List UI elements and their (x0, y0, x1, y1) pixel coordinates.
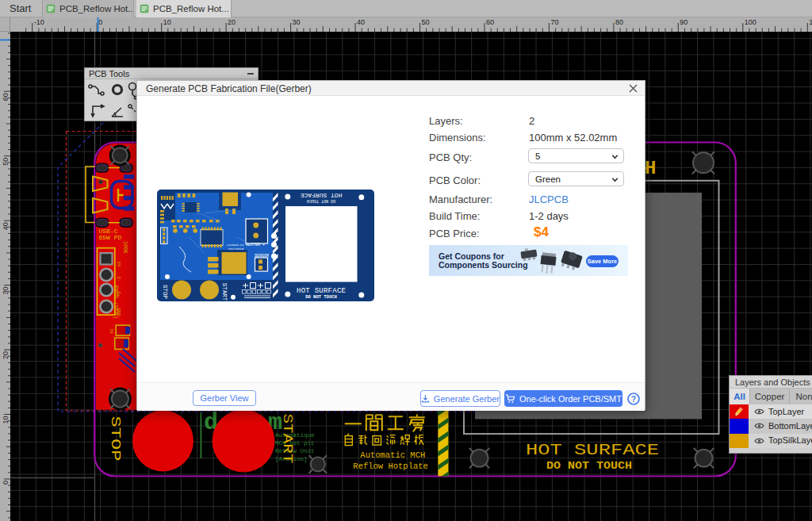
svg-text:50: 50 (2, 158, 10, 166)
svg-text:80: 80 (615, 18, 623, 26)
svg-text:110: 110 (809, 18, 812, 26)
svg-text:70: 70 (550, 18, 558, 26)
svg-text:Automatic MCH: Automatic MCH (360, 450, 425, 460)
svg-text:PROG (USB): PROG (USB) (113, 285, 119, 319)
svg-text:HOT SURFACE: HOT SURFACE (526, 441, 659, 459)
svg-text:60: 60 (2, 93, 10, 101)
svg-text:LKJ948-S2: LKJ948-S2 (227, 243, 244, 247)
svg-text:30: 30 (293, 18, 301, 26)
svg-text:STOP: STOP (162, 285, 168, 300)
svg-text:STOP: STOP (108, 416, 123, 462)
svg-text:40: 40 (2, 222, 10, 230)
svg-text:DO NOT TOUCH: DO NOT TOUCH (307, 198, 335, 203)
svg-text:HEATER +: HEATER + (246, 243, 265, 247)
svg-text:10: 10 (163, 18, 171, 26)
svg-text:0: 0 (2, 481, 10, 485)
svg-text:DO NOT TOUCH: DO NOT TOUCH (546, 461, 632, 472)
svg-text:Reflow Hotplate: Reflow Hotplate (353, 462, 428, 471)
svg-text:100: 100 (745, 18, 756, 26)
svg-text:30: 30 (2, 287, 10, 295)
svg-text:65W PD: 65W PD (99, 234, 122, 241)
svg-text:1k: 1k (109, 328, 114, 335)
svg-text:10: 10 (2, 416, 10, 424)
svg-text:-10: -10 (34, 18, 44, 26)
svg-text:90: 90 (680, 18, 688, 26)
svg-text:100K: 100K (122, 241, 128, 254)
svg-text:H: H (645, 158, 656, 179)
svg-text:?: ? (631, 394, 636, 403)
svg-text:0: 0 (98, 18, 102, 26)
svg-text:5V: 5V (116, 262, 121, 268)
svg-text:20: 20 (2, 351, 10, 359)
svg-text:START: START (280, 414, 295, 464)
svg-text:DO NOT TOUCH: DO NOT TOUCH (305, 294, 337, 300)
svg-text:20: 20 (228, 18, 236, 26)
svg-text:60: 60 (486, 18, 494, 26)
svg-text:40: 40 (357, 18, 365, 26)
svg-text:ex17u810: ex17u810 (228, 247, 244, 251)
svg-text:D-: D- (116, 277, 121, 282)
svg-text:START: START (221, 283, 228, 301)
svg-text:50: 50 (422, 18, 430, 26)
